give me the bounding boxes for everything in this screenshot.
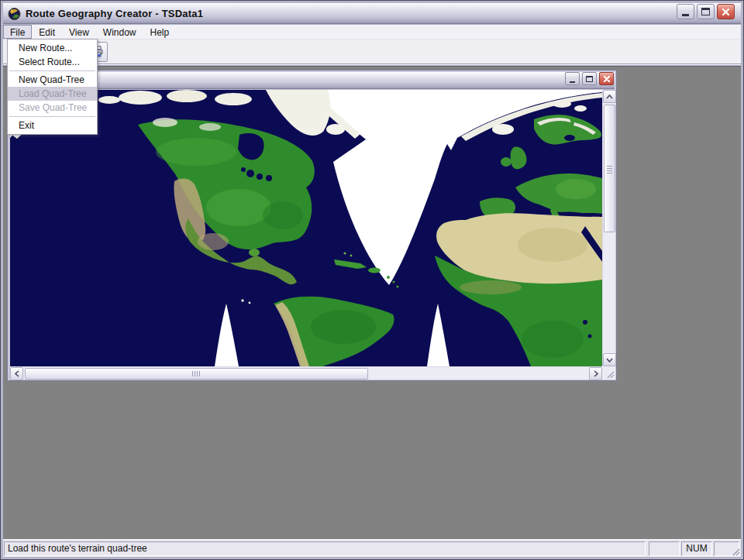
menu-window[interactable]: Window: [96, 25, 143, 39]
scroll-right-button[interactable]: [589, 367, 602, 380]
menu-item-new-route[interactable]: New Route...: [8, 41, 97, 55]
titlebar[interactable]: Route Geography Creator - TSData1: [3, 3, 741, 24]
statusbar-resize-grip-icon[interactable]: [730, 546, 741, 557]
thumb-grip: [607, 164, 612, 173]
menu-item-select-route[interactable]: Select Route...: [8, 55, 97, 69]
mdi-workspace: [3, 66, 741, 539]
maximize-button[interactable]: [697, 4, 715, 19]
status-pane-num: NUM: [681, 541, 712, 556]
resize-grip[interactable]: [602, 366, 615, 380]
close-icon: [602, 74, 611, 84]
chevron-right-icon: [594, 370, 598, 377]
menu-item-new-quad-tree[interactable]: New Quad-Tree: [8, 73, 97, 87]
menu-bar: File Edit View Window Help: [3, 25, 741, 40]
document-window: [7, 70, 617, 381]
menu-item-save-quad-tree[interactable]: Save Quad-Tree: [8, 101, 97, 115]
window-title: Route Geography Creator - TSData1: [26, 8, 203, 19]
document-client: [10, 90, 615, 380]
menu-help[interactable]: Help: [143, 25, 177, 39]
file-menu-popup: New Route... Select Route... New Quad-Tr…: [7, 39, 98, 135]
horizontal-scrollbar[interactable]: [10, 366, 602, 380]
app-window: Route Geography Creator - TSData1 File E…: [0, 0, 744, 560]
menu-separator: [9, 116, 95, 117]
minimize-icon: [682, 14, 689, 16]
maximize-icon: [701, 8, 710, 15]
menu-item-exit[interactable]: Exit: [8, 119, 97, 132]
doc-maximize-button[interactable]: [582, 72, 597, 85]
toolbar: [3, 40, 741, 64]
map-viewport[interactable]: [10, 90, 602, 366]
doc-close-button[interactable]: [599, 72, 614, 85]
doc-minimize-button[interactable]: [565, 72, 580, 85]
scroll-down-button[interactable]: [603, 353, 616, 366]
minimize-icon: [570, 81, 575, 83]
status-bar: Load this route's terrain quad-tree NUM: [3, 539, 741, 557]
world-map: [10, 90, 602, 366]
menu-file[interactable]: File: [3, 25, 32, 39]
document-titlebar[interactable]: [9, 72, 615, 89]
minimize-button[interactable]: [677, 4, 694, 19]
app-icon: [8, 7, 21, 20]
status-pane-cap: [649, 541, 680, 556]
close-icon: [721, 7, 731, 17]
chevron-down-icon: [606, 358, 613, 362]
scroll-left-button[interactable]: [10, 367, 23, 380]
resize-grip-icon: [605, 369, 615, 380]
maximize-icon: [586, 76, 593, 82]
vertical-scroll-thumb[interactable]: [604, 105, 615, 232]
menu-separator: [9, 70, 95, 71]
close-button[interactable]: [717, 4, 735, 19]
scroll-up-button[interactable]: [603, 90, 616, 103]
vertical-scrollbar[interactable]: [602, 90, 615, 366]
chevron-up-icon: [606, 94, 613, 99]
chevron-left-icon: [15, 370, 19, 377]
horizontal-scroll-thumb[interactable]: [25, 368, 368, 380]
status-message: Load this route's terrain quad-tree: [4, 541, 646, 556]
thumb-grip: [192, 371, 202, 376]
menu-item-load-quad-tree[interactable]: Load Quad-Tree: [8, 87, 97, 101]
menu-view[interactable]: View: [62, 25, 96, 39]
menu-edit[interactable]: Edit: [32, 25, 62, 39]
